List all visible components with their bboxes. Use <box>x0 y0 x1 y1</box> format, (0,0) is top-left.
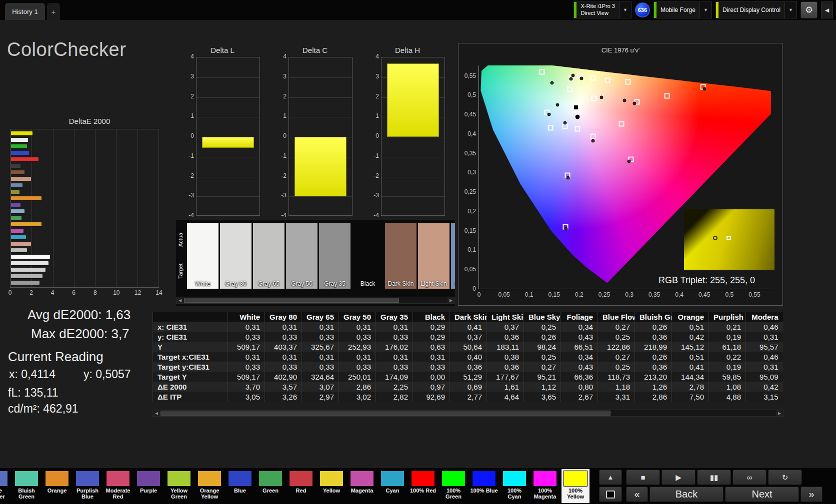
patch-button[interactable]: 100% Red <box>409 469 437 503</box>
next-button[interactable]: Next <box>725 487 799 502</box>
scroll-left-icon[interactable]: ◀ <box>176 297 184 303</box>
chevron-down-icon[interactable]: ▼ <box>700 2 712 18</box>
swatch-tile[interactable]: Gray 80 <box>220 223 252 289</box>
table-row: x: CIE310,310,310,310,310,310,290,410,37… <box>153 322 783 332</box>
refresh-button[interactable]: ↻ <box>768 470 802 485</box>
row-label: Y <box>153 342 228 352</box>
loop-button[interactable]: ∞ <box>732 470 766 485</box>
scroll-left-icon[interactable]: ◀ <box>153 410 160 416</box>
chart-title: DeltaE 2000 <box>9 117 170 128</box>
table-cell: 0,43 <box>561 332 598 342</box>
source-selector[interactable]: Mobile Forge ▼ <box>654 1 712 18</box>
y-tick-label: 1 <box>276 112 286 119</box>
table-cell: 3,70 <box>228 382 265 392</box>
back-button[interactable]: Back <box>650 487 724 502</box>
display-pattern-button[interactable] <box>599 487 622 502</box>
cie-target-marker <box>568 87 573 92</box>
collapse-panel-button[interactable]: ◀ <box>821 1 833 18</box>
scrollbar-thumb[interactable] <box>184 298 399 303</box>
gridline <box>289 77 352 78</box>
meter-selector[interactable]: X-Rite i1Pro 3 Direct View ▼ <box>574 1 631 18</box>
swatch-label: Light Skin <box>418 280 450 287</box>
patch-button[interactable]: Blue Flower <box>0 469 10 503</box>
patch-button[interactable]: 100% Blue <box>470 469 498 503</box>
patch-button[interactable]: Blue <box>226 469 254 503</box>
chevron-left-icon: ◀ <box>825 7 829 13</box>
swatch-scrollbar[interactable]: ◀ ▶ <box>176 297 455 304</box>
patch-button[interactable]: Orange <box>43 469 71 503</box>
deltae-bar <box>11 170 24 174</box>
table-cell: 2,77 <box>450 392 487 402</box>
top-bar: History 1 + X-Rite i1Pro 3 Direct View ▼… <box>0 0 836 20</box>
pause-button[interactable]: ▮▮ <box>697 470 731 485</box>
workflow-selector[interactable]: Direct Display Control ▼ <box>716 1 797 18</box>
table-cell: 0,36 <box>635 332 672 342</box>
y-tick-label: 0,25 <box>459 188 476 195</box>
y-tick-label: 0 <box>276 132 286 139</box>
scroll-right-icon[interactable]: ▶ <box>776 410 783 416</box>
gridline <box>196 117 260 117</box>
patch-button[interactable]: Magenta <box>348 469 376 503</box>
tab-history-1[interactable]: History 1 <box>5 3 45 20</box>
patch-button[interactable]: Purplish Blue <box>74 469 102 503</box>
patch-color-swatch <box>76 471 100 487</box>
next-chevron-button[interactable]: » <box>800 487 822 502</box>
chevron-down-icon[interactable]: ▼ <box>784 2 796 18</box>
back-chevron-button[interactable]: « <box>626 487 648 502</box>
table-cell: 1,61 <box>487 382 524 392</box>
patch-button[interactable]: Yellow <box>318 469 346 503</box>
patch-button[interactable]: Purple <box>134 469 162 503</box>
swatch-tile[interactable]: Black <box>352 223 384 289</box>
patch-color-swatch <box>289 471 313 487</box>
swatch-tile[interactable]: Blue Sky <box>451 223 455 289</box>
patch-button[interactable]: 100% Yellow <box>562 469 590 503</box>
swatch-tile[interactable]: Gray 50 <box>286 223 318 289</box>
y-tick-label: -1 <box>183 152 194 159</box>
table-row: ΔE 20003,703,573,072,862,250,970,691,611… <box>153 382 783 392</box>
patch-button[interactable]: Yellow Green <box>165 469 193 503</box>
scrollbar-thumb[interactable] <box>160 411 610 416</box>
y-tick-label: 0,3 <box>459 169 476 176</box>
table-cell: 122,86 <box>598 342 635 352</box>
patch-button[interactable]: 100% Green <box>440 469 468 503</box>
x-tick-label: 0 <box>469 291 489 298</box>
settings-button[interactable]: ⚙ <box>800 1 818 18</box>
table-cell: 177,67 <box>487 372 524 382</box>
cie-measured-marker <box>564 227 568 231</box>
patch-button[interactable]: Cyan <box>378 469 406 503</box>
patch-button[interactable]: 100% Magenta <box>531 469 559 503</box>
table-cell: 250,01 <box>339 372 376 382</box>
chevron-down-icon[interactable]: ▼ <box>619 2 631 18</box>
gridline <box>116 129 116 287</box>
swatch-tile[interactable]: Gray 65 <box>253 223 284 289</box>
patch-button[interactable]: Orange Yellow <box>196 469 224 503</box>
y-tick-label: -4 <box>368 212 379 219</box>
play-button[interactable]: ▶ <box>662 470 696 485</box>
swatch-tile[interactable]: White <box>187 223 218 289</box>
table-cell: 183,11 <box>487 342 524 352</box>
eject-button[interactable]: ▲ <box>599 470 622 485</box>
patch-label: Purple <box>134 488 162 494</box>
x-tick-label: 0,05 <box>494 291 514 298</box>
deltae-bar <box>11 164 20 168</box>
patch-button[interactable]: Bluish Green <box>12 469 40 503</box>
gridline <box>289 97 352 98</box>
swatch-label: Dark Skin <box>385 280 416 287</box>
table-cell: 51,29 <box>450 372 487 382</box>
deltae-bar <box>11 183 22 187</box>
swatch-tile[interactable]: Dark Skin <box>385 223 416 289</box>
y-tick-label: 4 <box>183 53 194 60</box>
patch-button[interactable]: Green <box>256 469 284 503</box>
stop-button[interactable]: ■ <box>626 470 660 485</box>
swatch-tile[interactable]: Light Skin <box>418 223 450 289</box>
delta-value-bar <box>202 137 254 148</box>
patch-button[interactable]: Red <box>287 469 315 503</box>
deltae-bar <box>11 177 31 181</box>
scroll-right-icon[interactable]: ▶ <box>448 297 454 303</box>
swatch-tile[interactable]: Gray 35 <box>319 223 350 289</box>
table-scrollbar[interactable]: ◀ ▶ <box>152 410 784 417</box>
add-tab-button[interactable]: + <box>47 3 60 20</box>
patch-color-swatch <box>320 471 344 487</box>
patch-button[interactable]: Moderate Red <box>104 469 132 503</box>
patch-button[interactable]: 100% Cyan <box>500 469 528 503</box>
